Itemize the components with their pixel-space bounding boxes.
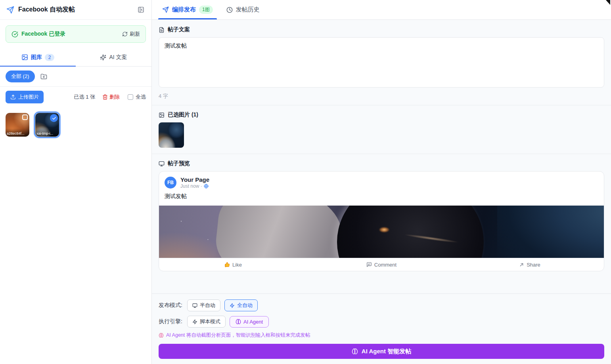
- thumbs-up-icon: [224, 262, 230, 267]
- selected-count-text: 已选 1 张: [74, 93, 95, 101]
- globe-icon: [204, 184, 209, 189]
- gallery-filter-row: 全部 (2): [0, 67, 151, 87]
- page-name: Your Page: [180, 176, 209, 183]
- upload-images-button[interactable]: 上传图片: [6, 91, 44, 103]
- upload-icon: [10, 94, 16, 100]
- image-count-badge: 1图: [199, 6, 213, 14]
- folder-plus-icon: [40, 73, 47, 80]
- select-all-control[interactable]: 全选: [128, 93, 146, 101]
- post-text-input[interactable]: 测试发帖: [159, 37, 604, 88]
- image-icon: [159, 112, 165, 118]
- monitor-icon: [192, 303, 197, 308]
- char-count: 4 字: [159, 93, 604, 100]
- publish-controls: 发布模式: 半自动 全自动 执行引擎: 脚本模式: [152, 293, 611, 364]
- gallery-action-row: 上传图片 已选 1 张 删除 全选: [0, 87, 151, 107]
- selected-images-section: 已选图片 (1): [159, 105, 604, 148]
- selected-images-label: 已选图片 (1): [159, 111, 604, 118]
- selected-image-thumbnail[interactable]: [159, 122, 184, 148]
- panel-collapse-icon: [138, 6, 144, 13]
- preview-section: 帖子预览 FB Your Page Just now ·: [159, 154, 604, 271]
- select-all-checkbox[interactable]: [128, 94, 133, 100]
- gallery-count-badge: 2: [45, 54, 55, 61]
- comment-bubble-icon: [366, 262, 372, 267]
- post-preview-card: FB Your Page Just now · 测试发帖: [159, 171, 604, 271]
- image-filename: a28ec84f...: [6, 128, 29, 137]
- brain-icon: [236, 319, 241, 324]
- brain-icon: [352, 348, 358, 354]
- preview-post-image: [159, 206, 604, 258]
- image-icon: [21, 54, 28, 61]
- share-arrow-icon: [519, 262, 524, 267]
- comment-button[interactable]: Comment: [307, 258, 456, 271]
- image-checkbox-checked[interactable]: [50, 114, 58, 122]
- sidebar-header: Facebook 自动发帖: [0, 0, 151, 20]
- share-button[interactable]: Share: [456, 258, 604, 271]
- like-button[interactable]: Like: [159, 258, 307, 271]
- publish-mode-row: 发布模式: 半自动 全自动: [159, 299, 604, 311]
- collapse-sidebar-button[interactable]: [137, 6, 145, 14]
- monitor-icon: [159, 161, 165, 167]
- paper-plane-icon: [6, 6, 14, 14]
- engine-script-button[interactable]: 脚本模式: [187, 316, 226, 328]
- refresh-login-button[interactable]: 刷新: [122, 30, 140, 38]
- preview-post-text: 测试发帖: [159, 192, 604, 206]
- image-filename: xai-tmp-i...: [35, 128, 59, 137]
- preview-actions: Like Comment Share: [159, 258, 604, 271]
- main-content: 帖子文案 测试发帖 4 字 已选图片 (1) 帖子预览: [152, 20, 611, 293]
- compose-section-label: 帖子文案: [159, 26, 604, 33]
- login-status-text: Facebook 已登录: [21, 30, 65, 38]
- file-text-icon: [159, 27, 165, 33]
- tab-compose-publish[interactable]: 编排发布 1图: [158, 0, 217, 19]
- publish-mode-label: 发布模式:: [159, 302, 183, 309]
- zap-icon: [230, 303, 235, 308]
- gallery-thumbnails: a28ec84f... xai-tmp-i...: [0, 107, 151, 142]
- tab-post-history[interactable]: 发帖历史: [222, 0, 264, 19]
- paper-plane-icon: [162, 6, 169, 13]
- post-timestamp: Just now ·: [180, 183, 202, 189]
- filter-all-button[interactable]: 全部 (2): [6, 71, 35, 82]
- sidebar: Facebook 自动发帖 Facebook 已登录 刷新 图库 2: [0, 0, 152, 364]
- main-panel: 编排发布 1图 发帖历史 帖子文案 测试发帖 4 字 已选图片 (1): [152, 0, 611, 364]
- add-folder-button[interactable]: [40, 72, 48, 81]
- active-tab-underline: [0, 66, 76, 67]
- engine-ai-agent-button[interactable]: AI Agent: [230, 316, 269, 328]
- image-checkbox-unchecked[interactable]: [22, 114, 28, 120]
- gallery-image-item-selected[interactable]: xai-tmp-i...: [35, 113, 59, 137]
- gallery-image-item[interactable]: a28ec84f...: [6, 113, 29, 137]
- trash-icon: [102, 94, 108, 100]
- delete-selected-button[interactable]: 删除: [102, 93, 120, 101]
- tab-gallery[interactable]: 图库 2: [0, 48, 76, 66]
- login-status-banner: Facebook 已登录 刷新: [6, 25, 146, 43]
- brain-icon: [159, 333, 164, 338]
- ai-agent-submit-button[interactable]: AI Agent 智能发帖: [159, 344, 604, 359]
- clock-icon: [226, 7, 233, 13]
- tab-ai-copy[interactable]: AI 文案: [76, 48, 151, 66]
- preview-section-label: 帖子预览: [159, 160, 604, 167]
- ai-agent-hint: AI Agent 将自动截图分析页面，智能识别输入框和按钮来完成发帖: [159, 332, 604, 339]
- mode-full-auto-button[interactable]: 全自动: [224, 299, 258, 311]
- engine-label: 执行引擎:: [159, 318, 183, 325]
- check-circle-icon: [11, 31, 18, 38]
- refresh-icon: [122, 31, 128, 37]
- preview-header: FB Your Page Just now ·: [159, 172, 604, 192]
- mode-semi-auto-button[interactable]: 半自动: [187, 299, 220, 311]
- page-avatar: FB: [165, 177, 176, 189]
- main-tabbar: 编排发布 1图 发帖历史: [152, 0, 611, 20]
- app-title: Facebook 自动发帖: [18, 6, 133, 14]
- sparkles-icon: [100, 54, 106, 61]
- zap-icon: [192, 319, 197, 324]
- engine-row: 执行引擎: 脚本模式 AI Agent: [159, 316, 604, 328]
- sidebar-tabs: 图库 2 AI 文案: [0, 48, 151, 67]
